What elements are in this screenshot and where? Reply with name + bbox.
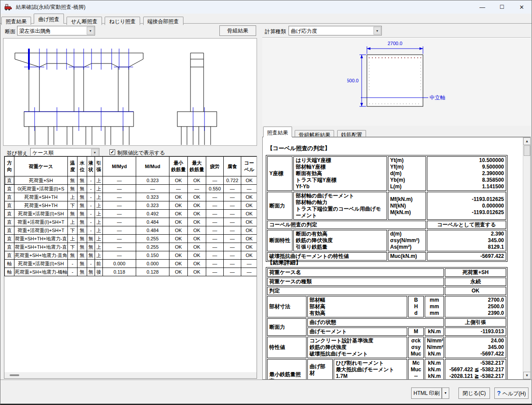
grid-cell[interactable]: —: [224, 218, 241, 226]
grid-cell[interactable]: —: [224, 268, 241, 276]
grid-cell[interactable]: 死荷重+SH: [14, 176, 68, 185]
grid-cell[interactable]: 直: [5, 185, 14, 193]
grid-cell[interactable]: —: [103, 251, 136, 260]
grid-cell[interactable]: OK: [241, 201, 257, 210]
grid-cell[interactable]: —: [103, 226, 136, 235]
grid-cell[interactable]: 後: [95, 268, 103, 276]
grid-cell[interactable]: 無: [78, 251, 87, 260]
grid-cell[interactable]: —: [224, 226, 241, 235]
grid-cell[interactable]: OK: [188, 201, 206, 210]
scrollbar-thumb[interactable]: [524, 145, 530, 156]
grid-cell[interactable]: —: [224, 243, 241, 251]
tab-tansetsugoubu-shousa[interactable]: 端接合部照査: [143, 17, 183, 25]
grid-cell[interactable]: -: [68, 268, 78, 276]
grid-cell[interactable]: -: [87, 185, 95, 193]
grid-cell[interactable]: OK: [241, 176, 257, 185]
grid-cell[interactable]: —: [103, 218, 136, 226]
grid-cell[interactable]: 直: [5, 243, 14, 251]
chevron-down-icon[interactable]: ▼: [91, 149, 99, 156]
grid-cell[interactable]: —: [224, 210, 241, 218]
grid-cell[interactable]: -: [87, 193, 95, 201]
grid-cell[interactable]: 直: [5, 210, 14, 218]
grid-cell[interactable]: —: [224, 235, 241, 243]
grid-cell[interactable]: OK: [188, 218, 206, 226]
grid-cell[interactable]: —: [241, 185, 257, 193]
grid-cell[interactable]: 死荷重+活荷重(Ⅰ)+SH: [14, 210, 68, 218]
grid-cell[interactable]: OK: [188, 226, 206, 235]
grid-cell[interactable]: 0.484: [136, 218, 169, 226]
grid-cell[interactable]: OK: [188, 235, 206, 243]
grid-cell[interactable]: —: [103, 201, 136, 210]
help-button[interactable]: ?ヘルプ(H): [494, 387, 528, 399]
grid-cell[interactable]: 無: [87, 235, 95, 243]
grid-cell[interactable]: 0.492: [136, 210, 169, 218]
maximize-icon[interactable]: ☐: [492, 0, 512, 14]
grid-cell[interactable]: —: [206, 210, 224, 218]
grid-cell[interactable]: 0.323: [136, 176, 169, 185]
grid-cell[interactable]: —: [224, 185, 241, 193]
section-select[interactable]: 梁左張出隅角 ▼: [17, 26, 95, 35]
grid-cell[interactable]: 無: [78, 193, 87, 201]
tab-mage-shousa[interactable]: 曲げ照査: [34, 14, 63, 24]
grid-cell[interactable]: OK: [241, 226, 257, 235]
report-vertical-scrollbar[interactable]: ▲ ▼: [523, 137, 530, 379]
close-icon[interactable]: ✕: [512, 0, 532, 14]
grid-cell[interactable]: 0.150: [136, 251, 169, 260]
grid-cell[interactable]: 軸: [5, 268, 14, 276]
grid-cell[interactable]: 直: [5, 218, 14, 226]
grid-cell[interactable]: —: [103, 235, 136, 243]
grid-cell[interactable]: 無: [78, 176, 87, 185]
grid-cell[interactable]: 直: [5, 251, 14, 260]
grid-cell[interactable]: 軸: [5, 260, 14, 268]
grid-cell[interactable]: —: [169, 185, 188, 193]
grid-cell[interactable]: —: [206, 201, 224, 210]
grid-cell[interactable]: 無: [68, 251, 78, 260]
table-row[interactable]: 直 荷重+SH+TH+地震力-直 下 無 無 上 — 0.255 OK OK —…: [5, 243, 257, 251]
calc-type-select[interactable]: 曲げ応力度 ▼: [289, 26, 382, 35]
grid-cell[interactable]: 死荷重+SH+地震力-橋軸: [14, 268, 68, 276]
grid-cell[interactable]: —: [241, 260, 257, 268]
grid-horizontal-scrollbar[interactable]: [4, 372, 257, 378]
grid-cell[interactable]: —: [206, 218, 224, 226]
table-row[interactable]: 軸 死荷重+SH+地震力-橋軸 - 無 無 後 0.118 0.128 OK O…: [5, 268, 257, 276]
scrollbar-thumb[interactable]: [10, 374, 19, 376]
grid-cell[interactable]: 直: [5, 193, 14, 201]
grid-cell[interactable]: 0.255: [136, 235, 169, 243]
subtab-shousa-kekka[interactable]: 照査結果: [263, 127, 292, 137]
grid-cell[interactable]: —: [224, 193, 241, 201]
table-row[interactable]: 直 死荷重+SH+地震力-直角 無 無 無 上 — 0.150 OK OK — …: [5, 251, 257, 260]
grid-cell[interactable]: -: [68, 260, 78, 268]
grid-cell[interactable]: 下: [68, 201, 78, 210]
tab-sendan-shousa[interactable]: せん断照査: [67, 17, 102, 25]
grid-cell[interactable]: OK: [169, 210, 188, 218]
grid-cell[interactable]: OK: [188, 176, 206, 185]
grid-cell[interactable]: —: [206, 260, 224, 268]
grid-cell[interactable]: 下: [68, 243, 78, 251]
grid-cell[interactable]: 0.323: [136, 201, 169, 210]
grid-cell[interactable]: —: [206, 235, 224, 243]
grid-cell[interactable]: OK: [169, 201, 188, 210]
grid-cell[interactable]: 無: [87, 251, 95, 260]
grid-cell[interactable]: 死荷重+SH+地震力-直角: [14, 251, 68, 260]
grid-cell[interactable]: 直: [5, 201, 14, 210]
grid-cell[interactable]: 荷重+活荷重(Ⅰ)+SH+T: [14, 218, 68, 226]
grid-cell[interactable]: —: [224, 260, 241, 268]
grid-cell[interactable]: 0(死荷重+活荷重(Ⅰ)+S: [14, 185, 68, 193]
grid-cell[interactable]: -: [87, 201, 95, 210]
grid-cell[interactable]: 無: [78, 260, 87, 268]
grid-cell[interactable]: OK: [241, 210, 257, 218]
grid-cell[interactable]: —: [103, 185, 136, 193]
grid-cell[interactable]: OK: [169, 268, 188, 276]
scroll-up-icon[interactable]: ▲: [523, 137, 531, 145]
grid-cell[interactable]: —: [136, 185, 169, 193]
tab-shousa-kekka[interactable]: 照査結果: [1, 17, 31, 25]
grid-cell[interactable]: 無: [78, 185, 87, 193]
grid-cell[interactable]: OK: [169, 193, 188, 201]
grid-cell[interactable]: 無: [78, 268, 87, 276]
html-print-button[interactable]: HTML 印刷: [411, 387, 442, 399]
grid-cell[interactable]: —: [241, 268, 257, 276]
tab-nejiri-shousa[interactable]: ねじり照査: [105, 17, 140, 25]
grid-cell[interactable]: 死荷重+SH+TH: [14, 201, 68, 210]
grid-cell[interactable]: OK: [241, 243, 257, 251]
grid-cell[interactable]: 荷重+SH+TH+地震力-直: [14, 235, 68, 243]
